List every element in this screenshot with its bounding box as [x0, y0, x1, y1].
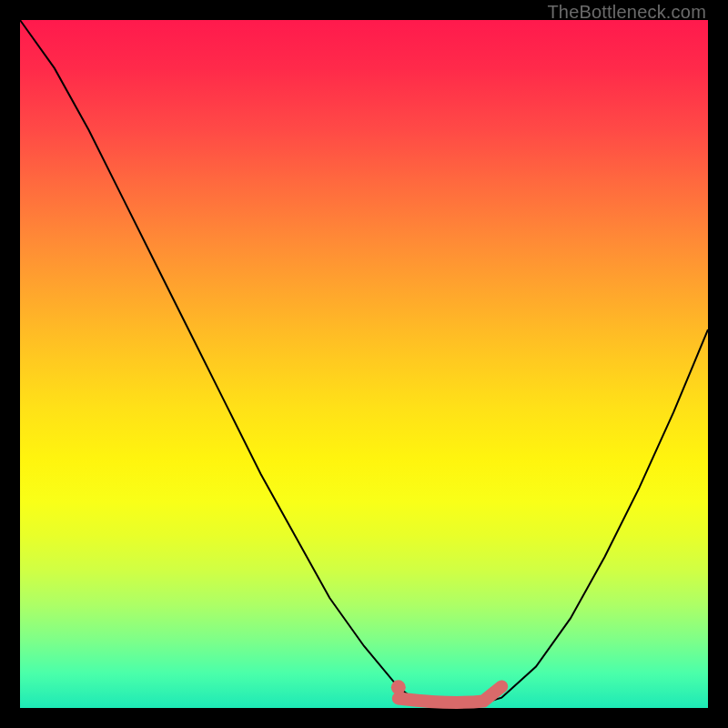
chart-plot-area — [20, 20, 708, 708]
chart-svg — [20, 20, 708, 708]
optimal-range-marker — [399, 686, 501, 702]
watermark-text: TheBottleneck.com — [547, 2, 706, 23]
selected-point-marker — [391, 680, 406, 694]
bottleneck-curve — [20, 20, 708, 707]
